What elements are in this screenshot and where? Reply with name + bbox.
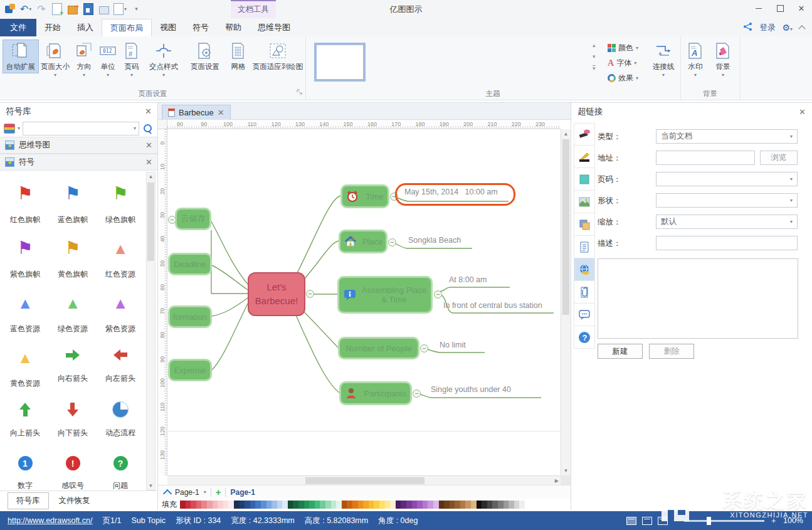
symbol-item[interactable]: 向左箭头 bbox=[97, 339, 144, 394]
symbol-scrollbar[interactable]: ▲▼ bbox=[146, 172, 156, 490]
note-place[interactable]: Songkla Beach bbox=[408, 236, 461, 245]
fill-swatch[interactable] bbox=[255, 501, 261, 509]
footer-tab-file-recovery[interactable]: 文件恢复 bbox=[59, 496, 90, 506]
fill-swatch[interactable] bbox=[250, 501, 256, 509]
share-icon[interactable] bbox=[743, 22, 752, 33]
fill-swatch[interactable] bbox=[196, 501, 202, 509]
orientation-button[interactable]: 方向▾ bbox=[73, 40, 95, 80]
mindmap-topic-place[interactable]: Place bbox=[339, 230, 388, 253]
search-dropdown-icon[interactable]: ▾ bbox=[134, 125, 136, 131]
page-dropdown-icon[interactable]: ▾ bbox=[204, 489, 206, 495]
save-button[interactable] bbox=[82, 2, 95, 16]
fill-swatch[interactable] bbox=[342, 501, 347, 509]
fill-swatch[interactable] bbox=[455, 501, 460, 509]
picture-tool-icon[interactable] bbox=[574, 191, 595, 213]
fill-swatch[interactable] bbox=[186, 501, 191, 509]
fill-swatch[interactable] bbox=[423, 501, 428, 509]
connector-style-button[interactable]: 连接线▾ bbox=[649, 40, 678, 80]
close-section-icon[interactable]: ✕ bbox=[145, 140, 152, 150]
mindmap-topic-expense[interactable]: Expense bbox=[168, 359, 212, 381]
background-button[interactable]: 背景▾ bbox=[710, 40, 736, 80]
fill-swatch[interactable] bbox=[358, 501, 364, 509]
symbol-item[interactable]: 动态流程 bbox=[97, 394, 144, 448]
junction-style-button[interactable]: 交点样式▾ bbox=[144, 40, 183, 80]
fill-swatch[interactable] bbox=[282, 501, 288, 509]
symbol-item[interactable]: ▲蓝色资源 bbox=[1, 285, 49, 339]
symbol-item[interactable]: ▲绿色资源 bbox=[49, 285, 97, 339]
fill-swatch[interactable] bbox=[304, 501, 310, 509]
note-tool-icon[interactable] bbox=[574, 236, 595, 258]
edrawsoft-link[interactable]: http://www.edrawsoft.cn/ bbox=[8, 516, 92, 525]
fill-swatch[interactable] bbox=[309, 501, 315, 509]
symbol-item[interactable]: 向右箭头 bbox=[49, 339, 97, 394]
canvas-horizontal-scrollbar[interactable]: ▶ bbox=[167, 475, 561, 485]
search-input-field[interactable] bbox=[26, 124, 134, 134]
symbol-item[interactable]: 向上箭头 bbox=[1, 394, 49, 448]
fill-swatch[interactable] bbox=[465, 501, 471, 509]
page-setup-dialog-button[interactable]: 页面设置 bbox=[186, 40, 224, 73]
footer-tab-symbol-library[interactable]: 符号库 bbox=[8, 492, 49, 509]
collapse-icon[interactable]: − bbox=[388, 238, 396, 246]
edraw-logo-icon[interactable] bbox=[4, 2, 16, 16]
scrollbar-thumb[interactable] bbox=[562, 139, 569, 315]
fill-swatch[interactable] bbox=[207, 501, 213, 509]
theme-effect-button[interactable]: 效果▾ bbox=[608, 73, 638, 83]
collapse-icon[interactable]: − bbox=[434, 290, 442, 299]
tab-home[interactable]: 开始 bbox=[36, 19, 69, 36]
login-button[interactable]: 登录 bbox=[759, 23, 775, 33]
comment-tool-icon[interactable] bbox=[574, 304, 595, 326]
section-symbols[interactable]: ★符号✕ bbox=[0, 154, 157, 171]
unit-button[interactable]: 012 单位▾ bbox=[97, 40, 119, 80]
note-assembling-time[interactable]: At 8:00 am bbox=[449, 275, 487, 284]
hyperlink-tool-icon[interactable] bbox=[574, 258, 595, 281]
mindmap-topic-participants[interactable]: Participants bbox=[339, 381, 412, 405]
theme-thumbnail[interactable] bbox=[314, 43, 366, 82]
tab-symbols[interactable]: 符号 bbox=[184, 19, 217, 36]
note-participants[interactable]: Single youths under 40 bbox=[431, 385, 511, 394]
page-number-button[interactable]: # 页码▾ bbox=[120, 40, 143, 80]
mindmap-topic-assembling[interactable]: Assembling Place & Time bbox=[337, 276, 433, 314]
undo-button[interactable]: ↶▾ bbox=[19, 2, 32, 16]
close-document-icon[interactable]: ✕ bbox=[218, 108, 224, 117]
fill-swatch[interactable] bbox=[379, 501, 385, 509]
collapse-pagebar-icon[interactable] bbox=[163, 489, 172, 497]
fit-page-to-drawing-button[interactable]: 页面适应到绘图 bbox=[251, 40, 305, 73]
new-hyperlink-button[interactable]: 新建 bbox=[598, 344, 643, 359]
close-section-icon[interactable]: ✕ bbox=[145, 157, 152, 167]
scrollbar-thumb[interactable] bbox=[147, 183, 154, 261]
symbol-item[interactable]: ▲紫色资源 bbox=[97, 285, 144, 339]
format-tool-icon[interactable] bbox=[574, 123, 595, 146]
fill-swatch[interactable] bbox=[385, 501, 391, 509]
section-mindmap[interactable]: ★思维导图✕ bbox=[0, 137, 157, 154]
view-page-break-icon[interactable] bbox=[642, 517, 652, 525]
grid-button[interactable]: 网格 bbox=[227, 40, 250, 73]
zoom-slider-thumb[interactable] bbox=[707, 517, 711, 525]
symbol-item[interactable]: ⚑黄色旗帜 bbox=[49, 230, 97, 285]
fill-swatch[interactable] bbox=[261, 501, 266, 509]
theme-scroll-arrows[interactable]: ▴▾▾ bbox=[593, 43, 596, 72]
maximize-button[interactable] bbox=[769, 0, 791, 16]
layers-tool-icon[interactable] bbox=[574, 213, 595, 236]
fill-swatch[interactable] bbox=[428, 501, 433, 509]
close-panel-icon[interactable]: ✕ bbox=[145, 107, 152, 116]
mindmap-topic-deadline[interactable]: Deadline bbox=[168, 253, 212, 275]
fill-swatch[interactable] bbox=[240, 501, 245, 509]
fill-swatch[interactable] bbox=[460, 501, 466, 509]
fill-swatch[interactable] bbox=[417, 501, 423, 509]
collapse-ribbon-icon[interactable] bbox=[798, 25, 805, 32]
page-dropdown[interactable]: ▾ bbox=[656, 172, 798, 186]
type-dropdown[interactable]: 当前文档▾ bbox=[656, 129, 798, 144]
fill-swatch[interactable] bbox=[514, 501, 520, 509]
canvas-vertical-scrollbar[interactable]: ▲▼ bbox=[561, 129, 571, 475]
address-input[interactable] bbox=[656, 151, 755, 165]
fill-swatch[interactable] bbox=[245, 501, 250, 509]
collapse-icon[interactable]: − bbox=[413, 390, 421, 398]
page-tab-active[interactable]: Page-1 bbox=[230, 488, 255, 497]
fill-swatch[interactable] bbox=[277, 501, 283, 509]
browse-button[interactable]: 浏览 bbox=[760, 151, 798, 165]
fill-swatch[interactable] bbox=[498, 501, 504, 509]
fill-swatch[interactable] bbox=[390, 501, 396, 509]
fill-swatch[interactable] bbox=[412, 501, 418, 509]
symbol-item[interactable]: 1数字 bbox=[1, 448, 49, 490]
fill-swatch[interactable] bbox=[352, 501, 358, 509]
